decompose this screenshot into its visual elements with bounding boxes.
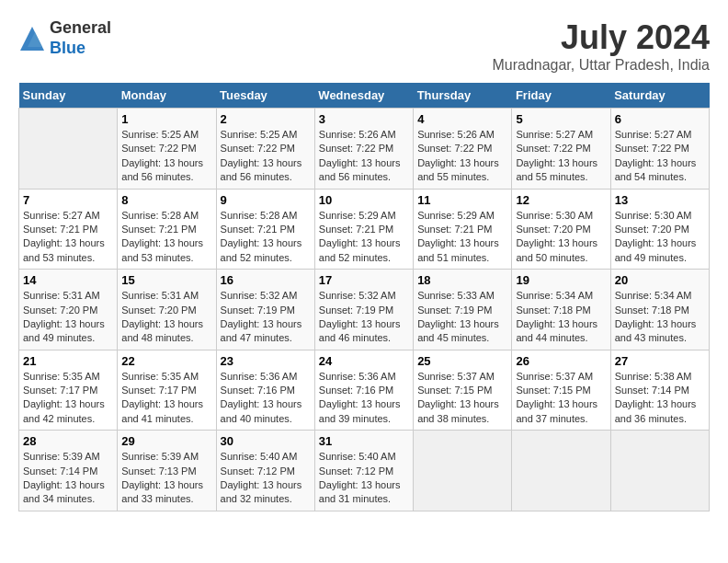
day-number: 21 bbox=[23, 354, 113, 368]
calendar-cell: 29Sunrise: 5:39 AMSunset: 7:13 PMDayligh… bbox=[118, 431, 216, 511]
calendar-cell: 17Sunrise: 5:32 AMSunset: 7:19 PMDayligh… bbox=[314, 270, 413, 350]
day-info: Sunrise: 5:37 AMSunset: 7:15 PMDaylight:… bbox=[417, 370, 507, 427]
day-number: 8 bbox=[121, 193, 211, 207]
day-number: 27 bbox=[615, 354, 705, 368]
calendar-cell: 30Sunrise: 5:40 AMSunset: 7:12 PMDayligh… bbox=[216, 431, 314, 511]
day-info: Sunrise: 5:25 AMSunset: 7:22 PMDaylight:… bbox=[221, 128, 311, 185]
day-info: Sunrise: 5:29 AMSunset: 7:21 PMDaylight:… bbox=[417, 209, 507, 266]
day-number: 23 bbox=[221, 354, 311, 368]
month-title: July 2024 bbox=[492, 18, 710, 57]
calendar-cell: 1Sunrise: 5:25 AMSunset: 7:22 PMDaylight… bbox=[118, 109, 216, 190]
day-number: 11 bbox=[417, 193, 507, 207]
calendar-cell bbox=[414, 431, 512, 511]
day-info: Sunrise: 5:31 AMSunset: 7:20 PMDaylight:… bbox=[121, 289, 211, 346]
day-number: 14 bbox=[23, 273, 113, 287]
day-number: 29 bbox=[121, 434, 211, 448]
day-info: Sunrise: 5:34 AMSunset: 7:18 PMDaylight:… bbox=[516, 289, 606, 346]
calendar-week-2: 7Sunrise: 5:27 AMSunset: 7:21 PMDaylight… bbox=[19, 189, 710, 270]
calendar-cell: 12Sunrise: 5:30 AMSunset: 7:20 PMDayligh… bbox=[512, 189, 610, 270]
calendar-cell: 2Sunrise: 5:25 AMSunset: 7:22 PMDaylight… bbox=[216, 109, 314, 190]
calendar-body: 1Sunrise: 5:25 AMSunset: 7:22 PMDaylight… bbox=[19, 109, 710, 511]
day-number: 1 bbox=[121, 112, 211, 126]
calendar-cell: 9Sunrise: 5:28 AMSunset: 7:21 PMDaylight… bbox=[216, 189, 314, 270]
weekday-tuesday: Tuesday bbox=[216, 83, 314, 109]
calendar-cell: 8Sunrise: 5:28 AMSunset: 7:21 PMDaylight… bbox=[118, 189, 216, 270]
calendar-cell: 23Sunrise: 5:36 AMSunset: 7:16 PMDayligh… bbox=[216, 350, 314, 431]
day-number: 4 bbox=[417, 112, 507, 126]
day-info: Sunrise: 5:26 AMSunset: 7:22 PMDaylight:… bbox=[417, 128, 507, 185]
day-info: Sunrise: 5:26 AMSunset: 7:22 PMDaylight:… bbox=[319, 128, 409, 185]
day-info: Sunrise: 5:28 AMSunset: 7:21 PMDaylight:… bbox=[221, 209, 311, 266]
day-info: Sunrise: 5:37 AMSunset: 7:15 PMDaylight:… bbox=[516, 370, 606, 427]
day-number: 25 bbox=[417, 354, 507, 368]
calendar-cell: 5Sunrise: 5:27 AMSunset: 7:22 PMDaylight… bbox=[512, 109, 610, 190]
weekday-friday: Friday bbox=[512, 83, 610, 109]
day-number: 22 bbox=[121, 354, 211, 368]
day-info: Sunrise: 5:31 AMSunset: 7:20 PMDaylight:… bbox=[23, 289, 113, 346]
weekday-wednesday: Wednesday bbox=[314, 83, 413, 109]
calendar-cell: 4Sunrise: 5:26 AMSunset: 7:22 PMDaylight… bbox=[414, 109, 512, 190]
day-info: Sunrise: 5:39 AMSunset: 7:13 PMDaylight:… bbox=[121, 450, 211, 507]
calendar-cell: 26Sunrise: 5:37 AMSunset: 7:15 PMDayligh… bbox=[512, 350, 610, 431]
weekday-sunday: Sunday bbox=[19, 83, 118, 109]
calendar-week-5: 28Sunrise: 5:39 AMSunset: 7:14 PMDayligh… bbox=[19, 431, 710, 511]
calendar-cell: 14Sunrise: 5:31 AMSunset: 7:20 PMDayligh… bbox=[19, 270, 118, 350]
calendar-cell: 6Sunrise: 5:27 AMSunset: 7:22 PMDaylight… bbox=[610, 109, 709, 190]
day-info: Sunrise: 5:38 AMSunset: 7:14 PMDaylight:… bbox=[615, 370, 705, 427]
day-number: 31 bbox=[319, 434, 409, 448]
day-number: 15 bbox=[121, 273, 211, 287]
calendar-cell bbox=[512, 431, 610, 511]
day-info: Sunrise: 5:35 AMSunset: 7:17 PMDaylight:… bbox=[121, 370, 211, 427]
day-info: Sunrise: 5:36 AMSunset: 7:16 PMDaylight:… bbox=[319, 370, 409, 427]
day-info: Sunrise: 5:30 AMSunset: 7:20 PMDaylight:… bbox=[516, 209, 606, 266]
calendar-cell: 22Sunrise: 5:35 AMSunset: 7:17 PMDayligh… bbox=[118, 350, 216, 431]
calendar-week-1: 1Sunrise: 5:25 AMSunset: 7:22 PMDaylight… bbox=[19, 109, 710, 190]
day-info: Sunrise: 5:27 AMSunset: 7:21 PMDaylight:… bbox=[23, 209, 113, 266]
day-number: 17 bbox=[319, 273, 409, 287]
day-number: 5 bbox=[516, 112, 606, 126]
day-info: Sunrise: 5:29 AMSunset: 7:21 PMDaylight:… bbox=[319, 209, 409, 266]
calendar-cell: 31Sunrise: 5:40 AMSunset: 7:12 PMDayligh… bbox=[314, 431, 413, 511]
calendar-cell: 24Sunrise: 5:36 AMSunset: 7:16 PMDayligh… bbox=[314, 350, 413, 431]
weekday-saturday: Saturday bbox=[610, 83, 709, 109]
day-number: 20 bbox=[615, 273, 705, 287]
day-number: 30 bbox=[221, 434, 311, 448]
day-info: Sunrise: 5:25 AMSunset: 7:22 PMDaylight:… bbox=[121, 128, 211, 185]
calendar-header: SundayMondayTuesdayWednesdayThursdayFrid… bbox=[19, 83, 710, 109]
day-info: Sunrise: 5:33 AMSunset: 7:19 PMDaylight:… bbox=[417, 289, 507, 346]
day-number: 12 bbox=[516, 193, 606, 207]
day-info: Sunrise: 5:39 AMSunset: 7:14 PMDaylight:… bbox=[23, 450, 113, 507]
day-info: Sunrise: 5:36 AMSunset: 7:16 PMDaylight:… bbox=[221, 370, 311, 427]
calendar-cell: 3Sunrise: 5:26 AMSunset: 7:22 PMDaylight… bbox=[314, 109, 413, 190]
day-number: 7 bbox=[23, 193, 113, 207]
weekday-thursday: Thursday bbox=[414, 83, 512, 109]
calendar-table: SundayMondayTuesdayWednesdayThursdayFrid… bbox=[18, 83, 710, 511]
day-number: 6 bbox=[615, 112, 705, 126]
day-number: 16 bbox=[221, 273, 311, 287]
day-number: 13 bbox=[615, 193, 705, 207]
logo-icon bbox=[18, 25, 46, 52]
day-number: 3 bbox=[319, 112, 409, 126]
day-info: Sunrise: 5:27 AMSunset: 7:22 PMDaylight:… bbox=[516, 128, 606, 185]
calendar-cell: 28Sunrise: 5:39 AMSunset: 7:14 PMDayligh… bbox=[19, 431, 118, 511]
logo-general: General bbox=[50, 18, 111, 39]
calendar-cell: 18Sunrise: 5:33 AMSunset: 7:19 PMDayligh… bbox=[414, 270, 512, 350]
weekday-monday: Monday bbox=[118, 83, 216, 109]
day-info: Sunrise: 5:28 AMSunset: 7:21 PMDaylight:… bbox=[121, 209, 211, 266]
day-number: 19 bbox=[516, 273, 606, 287]
calendar-cell bbox=[610, 431, 709, 511]
day-info: Sunrise: 5:32 AMSunset: 7:19 PMDaylight:… bbox=[319, 289, 409, 346]
calendar-cell: 25Sunrise: 5:37 AMSunset: 7:15 PMDayligh… bbox=[414, 350, 512, 431]
calendar-cell: 7Sunrise: 5:27 AMSunset: 7:21 PMDaylight… bbox=[19, 189, 118, 270]
day-number: 2 bbox=[221, 112, 311, 126]
weekday-header-row: SundayMondayTuesdayWednesdayThursdayFrid… bbox=[19, 83, 710, 109]
page-header: General Blue July 2024 Muradnagar, Uttar… bbox=[18, 18, 710, 74]
day-number: 28 bbox=[23, 434, 113, 448]
calendar-cell: 11Sunrise: 5:29 AMSunset: 7:21 PMDayligh… bbox=[414, 189, 512, 270]
calendar-cell bbox=[19, 109, 118, 190]
day-number: 9 bbox=[221, 193, 311, 207]
logo-blue: Blue bbox=[50, 39, 111, 59]
day-number: 26 bbox=[516, 354, 606, 368]
calendar-week-4: 21Sunrise: 5:35 AMSunset: 7:17 PMDayligh… bbox=[19, 350, 710, 431]
location: Muradnagar, Uttar Pradesh, India bbox=[492, 57, 710, 74]
